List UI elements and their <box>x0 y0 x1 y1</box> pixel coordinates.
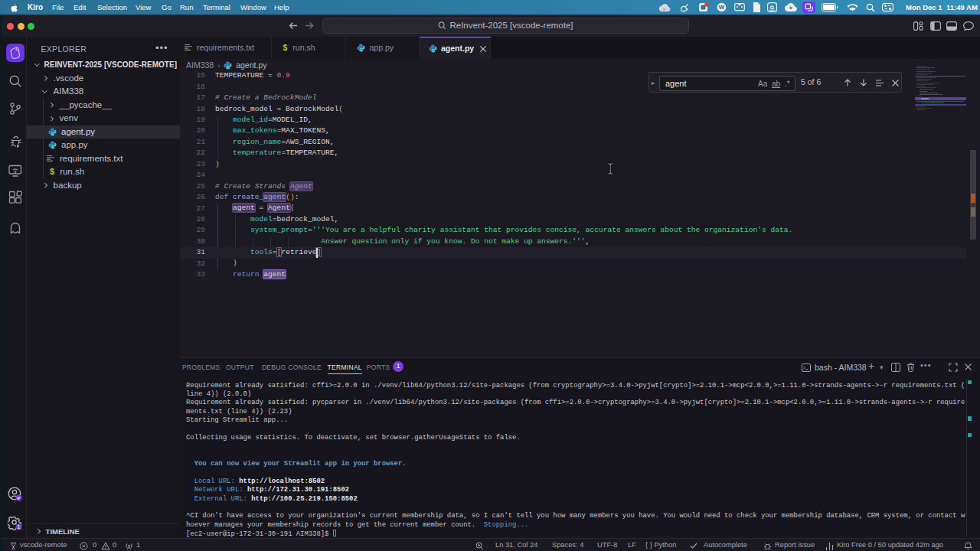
svg-text:1: 1 <box>18 524 21 530</box>
